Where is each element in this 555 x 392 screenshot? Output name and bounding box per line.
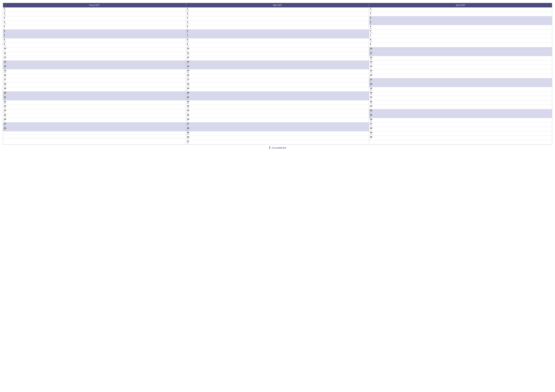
day-number: 10 xyxy=(370,48,373,50)
day-number: 23 xyxy=(370,105,373,107)
day-number: 15 xyxy=(370,70,373,72)
day-label: Ç. xyxy=(370,129,373,131)
day-row: 10Ç. xyxy=(186,47,369,52)
day-number: 14 xyxy=(4,65,7,67)
day-number: 31 xyxy=(187,141,190,143)
day-row: 23Ç.A xyxy=(3,105,186,109)
day-number: 21 xyxy=(370,96,373,98)
day-info: 2C. xyxy=(370,12,373,16)
day-number: 13 xyxy=(187,61,190,63)
day-row-empty xyxy=(369,140,552,144)
day-label: C. xyxy=(4,58,7,60)
day-number: 7 xyxy=(370,34,373,36)
day-number: 24 xyxy=(370,110,373,112)
day-number: 14 xyxy=(370,65,373,67)
day-label: Ç. xyxy=(4,81,7,82)
day-row: 7B. xyxy=(3,34,186,38)
day-row: 28Ç. xyxy=(369,127,552,131)
day-label: B.E xyxy=(370,58,373,60)
day-info: 28Ç. xyxy=(370,127,373,131)
day-label: B.E xyxy=(187,72,190,73)
day-row: 28B. xyxy=(186,127,369,131)
day-number: 20 xyxy=(370,92,373,94)
day-info: 14B. xyxy=(4,65,7,69)
day-number: 9 xyxy=(370,43,373,45)
day-number: 5 xyxy=(187,25,190,28)
day-info: 9Ç.A xyxy=(4,43,7,47)
day-info: 8B.E xyxy=(187,39,190,42)
day-label: Ç. xyxy=(187,143,190,144)
day-row: 25C.A xyxy=(186,114,369,118)
day-row: 9Ç.A xyxy=(186,43,369,47)
day-label: Ç.A xyxy=(187,107,190,109)
day-info: 10Ç. xyxy=(4,48,7,51)
day-number: 7 xyxy=(4,34,7,36)
month-header-1: Mart 2027 xyxy=(186,3,369,7)
day-info: 21B. xyxy=(187,96,190,100)
day-label: B.E xyxy=(370,89,373,91)
day-number: 8 xyxy=(4,39,7,41)
day-info: 4B. xyxy=(370,21,373,25)
day-info: 27S. xyxy=(4,123,7,127)
day-info: 10Ç. xyxy=(187,48,190,51)
day-row: 10Ç. xyxy=(3,47,186,52)
day-label: S. xyxy=(370,50,373,51)
day-number: 29 xyxy=(370,132,373,134)
day-number: 22 xyxy=(187,101,190,103)
day-info: 11B. xyxy=(370,52,373,56)
day-row: 1B.E xyxy=(186,7,369,12)
day-row: 16Ç.A xyxy=(186,74,369,78)
day-row: 31Ç. xyxy=(186,140,369,144)
day-number: 26 xyxy=(370,118,373,121)
day-info: 5B.E xyxy=(370,25,373,29)
day-info: 22B.E xyxy=(187,101,190,104)
day-number: 21 xyxy=(187,96,190,98)
day-info: 26C. xyxy=(187,118,190,122)
day-label: S. xyxy=(370,19,373,20)
day-row: 28B. xyxy=(3,127,186,131)
day-label: Ç. xyxy=(4,19,7,20)
day-label: B. xyxy=(370,23,373,25)
day-number: 3 xyxy=(187,17,190,19)
day-number: 5 xyxy=(4,25,7,28)
day-row: 3S. xyxy=(369,16,552,21)
day-row: 24Ç. xyxy=(3,109,186,114)
day-row: 27S. xyxy=(186,122,369,127)
day-number: 28 xyxy=(187,127,190,129)
day-number: 17 xyxy=(187,78,190,81)
month-col-0: Fevral 20271B.E2Ç.A3Ç.4C.A5C.6S.7B.8B.E9… xyxy=(3,3,186,144)
day-row: 20Ç.A xyxy=(369,92,552,96)
day-info: 22C.A xyxy=(370,101,373,104)
day-number: 16 xyxy=(4,74,7,76)
day-row: 23C. xyxy=(369,105,552,109)
day-info: 13S. xyxy=(4,61,7,64)
day-number: 11 xyxy=(370,52,373,54)
day-label: C. xyxy=(370,14,373,16)
day-label: S. xyxy=(187,63,190,64)
day-number: 25 xyxy=(4,114,7,116)
day-label: Ç.A xyxy=(187,14,190,16)
day-info: 24Ç. xyxy=(4,110,7,113)
day-info: 3S. xyxy=(370,17,373,20)
day-row: 25B. xyxy=(369,114,552,118)
month-header-2: Aprel 2027 xyxy=(369,3,552,7)
day-info: 7B. xyxy=(187,34,190,38)
day-info: 9C. xyxy=(370,43,373,47)
day-label: S. xyxy=(4,94,7,95)
day-number: 4 xyxy=(187,21,190,23)
day-label: Ç. xyxy=(187,81,190,82)
day-number: 15 xyxy=(187,70,190,72)
day-row: 26C. xyxy=(3,118,186,122)
day-row: 2Ç.A xyxy=(3,12,186,16)
day-number: 12 xyxy=(370,57,373,58)
day-info: 8B.E xyxy=(4,39,7,42)
day-row: 6S. xyxy=(3,29,186,34)
day-info: 26C. xyxy=(4,118,7,122)
day-label: S. xyxy=(4,125,7,127)
day-label: Ç. xyxy=(370,98,373,100)
day-row: 4C.A xyxy=(3,21,186,25)
day-label: B.E xyxy=(4,72,7,73)
day-row: 30C. xyxy=(369,136,552,140)
day-info: 9Ç.A xyxy=(187,43,190,47)
day-number: 27 xyxy=(187,123,190,125)
